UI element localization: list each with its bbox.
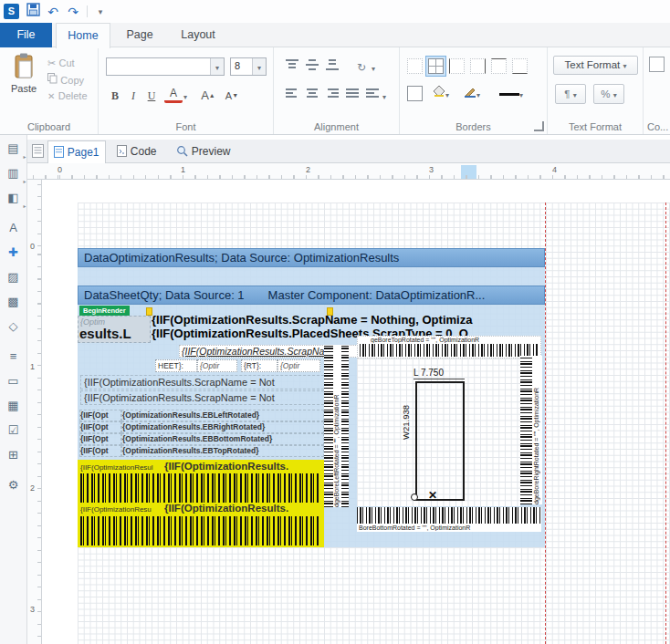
app-logo-icon[interactable]: S	[4, 4, 19, 19]
border-outside-button[interactable]	[407, 86, 423, 101]
barcode-left-stripes	[324, 345, 333, 507]
undo-icon[interactable]: ↶	[44, 3, 62, 21]
save-icon[interactable]	[24, 3, 42, 21]
barcode-top-stripes	[360, 344, 539, 357]
band-data-optimization-results[interactable]: DataOptimizationResults; Data Source: Op…	[78, 248, 545, 267]
barcode-left[interactable]: dgeBoreLeftRotated = "", OptimizationR	[324, 345, 349, 507]
font-name-combo[interactable]: ▾	[106, 57, 225, 76]
align-bottom-icon[interactable]	[323, 58, 341, 77]
tab-home[interactable]: Home	[56, 23, 110, 48]
tab-preview[interactable]: Preview	[168, 140, 239, 163]
italic-button[interactable]: I	[124, 87, 142, 105]
text-format-button[interactable]: Text Format ▾	[553, 56, 638, 75]
border-none-button[interactable]	[407, 58, 423, 74]
band-data-sheet-qty[interactable]: DataSheetQty; Data Source: 1Master Compo…	[78, 286, 545, 305]
small-cell-1[interactable]: HEET}:	[155, 359, 197, 372]
infographics-icon[interactable]: ◧▸	[3, 187, 25, 209]
font-size-combo[interactable]: 8 ▾	[230, 57, 267, 76]
paragraph-icon: ¶	[564, 88, 570, 99]
barcode-right[interactable]: dgeBoreRightRotated = "", OptimizationR	[520, 356, 542, 504]
align-left-icon[interactable]	[283, 87, 301, 105]
align-center-icon[interactable]	[303, 87, 321, 105]
eb-prefix-cell[interactable]: {IIF(Opt	[79, 421, 121, 433]
redo-icon[interactable]: ↷	[64, 3, 82, 21]
text-icon[interactable]: A	[3, 217, 25, 239]
tab-page1[interactable]: Page1	[47, 140, 106, 163]
word-wrap-icon[interactable]	[363, 87, 382, 105]
cross-tab-icon[interactable]: ✚	[3, 242, 25, 264]
barcode-top[interactable]: geBoreTopRotated = "", OptimizationR	[357, 336, 541, 358]
text-rotation-dropdown-icon[interactable]: ▾	[369, 58, 378, 77]
small-cell-3[interactable]: {RT}:	[241, 359, 277, 372]
eb-prefix-cell[interactable]: {IIF(Opt	[79, 433, 121, 445]
fill-color-button[interactable]: ▾	[429, 85, 453, 103]
align-middle-icon[interactable]	[303, 58, 321, 77]
check-box-icon[interactable]: ☑	[3, 420, 25, 441]
border-color-button[interactable]: ▾	[460, 85, 484, 103]
vertical-ruler: 0 1 2 3	[27, 180, 42, 644]
delete-button[interactable]: ✕ Delete	[47, 89, 88, 102]
eb-prefix-cell[interactable]: {IIF(Opt	[79, 445, 121, 457]
align-right-icon[interactable]	[323, 87, 341, 105]
alignment-more-dropdown-icon[interactable]: ▾	[380, 87, 389, 105]
scrapname-cell-1[interactable]: {IIF(OptimizationResults.ScrapName = Not	[80, 375, 329, 390]
eb-value-cell[interactable]: {OptimizationResults.EBTopRotated}	[121, 445, 324, 457]
image-icon[interactable]: ▨	[3, 266, 25, 288]
shape-icon[interactable]: ◇	[3, 316, 25, 338]
cut-button[interactable]: ✂ Cut	[47, 57, 75, 69]
expression-text-1[interactable]: {IIF(OptimizationResults.ScrapName = Not…	[152, 313, 544, 327]
tab-page[interactable]: Page	[115, 23, 164, 47]
font-color-button[interactable]: A	[164, 87, 183, 103]
eb-value-cell[interactable]: {OptimizationResults.EBRightRotated}	[121, 421, 324, 433]
eb-value-cell[interactable]: {OptimizationResults.EBBottomRotated}	[121, 433, 324, 445]
barcode-bottom[interactable]: BoreBottomRotated = "", OptimizationR	[357, 507, 541, 532]
band2-title: DataSheetQty; Data Source: 1	[84, 288, 245, 302]
table-icon[interactable]: ▦	[3, 395, 25, 417]
components-icon[interactable]: ▥▸	[3, 162, 25, 184]
general-format-button[interactable]: ¶ ▾	[555, 84, 586, 104]
eb-value-cell[interactable]: {OptimizationResults.EBLeftRotated}	[121, 410, 324, 421]
grow-font-button[interactable]: A▲	[199, 87, 217, 105]
band2-master: Master Component: DataOptimizationR...	[268, 288, 486, 302]
border-left-button[interactable]	[449, 58, 465, 74]
underline-button[interactable]: U	[142, 87, 161, 105]
shrink-font-button[interactable]: A▼	[223, 87, 241, 105]
border-right-button[interactable]	[470, 58, 486, 74]
border-bottom-button[interactable]	[512, 58, 528, 74]
font-name-dropdown-icon[interactable]: ▾	[210, 58, 224, 75]
conditions-icon[interactable]	[649, 57, 665, 72]
page-settings-icon[interactable]	[32, 144, 44, 161]
paste-button[interactable]: Paste	[5, 53, 43, 113]
align-justify-icon[interactable]	[343, 87, 361, 105]
margin-guide-right	[545, 203, 546, 644]
band1-content-area[interactable]	[78, 267, 545, 286]
gray-text-cell[interactable]: {Optim esults.L	[78, 316, 151, 343]
copy-button[interactable]: Copy	[47, 73, 84, 87]
eb-prefix-cell[interactable]: {IIF(Opt	[79, 410, 121, 421]
qat-customize-icon[interactable]: ▾	[91, 3, 110, 21]
font-color-dropdown-icon[interactable]: ▾	[181, 87, 190, 105]
tab-layout[interactable]: Layout	[170, 23, 226, 47]
text-rotation-icon[interactable]: ↻	[352, 58, 371, 77]
panel-icon[interactable]: ▭	[3, 370, 25, 392]
small-cell-4[interactable]: {Optir	[277, 359, 320, 372]
small-cell-2[interactable]: {Optir	[197, 359, 237, 372]
design-canvas[interactable]: DataOptimizationResults; Data Source: Op…	[42, 180, 670, 644]
list-icon[interactable]: ≡	[3, 346, 25, 368]
sub-report-icon[interactable]: ⊞	[3, 444, 25, 466]
font-size-dropdown-icon[interactable]: ▾	[252, 58, 266, 75]
percent-format-button[interactable]: % ▾	[593, 84, 624, 104]
tab-file[interactable]: File	[0, 23, 52, 47]
bold-button[interactable]: B	[106, 87, 124, 105]
border-style-button[interactable]: ▾	[493, 85, 529, 103]
bar-code-icon[interactable]: ▩	[3, 291, 25, 313]
tab-code[interactable]: Code	[111, 140, 162, 163]
bands-icon[interactable]: ▤▸	[3, 138, 25, 160]
scrapname-cell-2[interactable]: {IIF(OptimizationResults.ScrapName = Not	[80, 390, 329, 405]
shape-rectangle[interactable]	[415, 381, 465, 501]
border-all-button[interactable]	[428, 58, 444, 74]
yellow-barcode-region[interactable]: {IIF(OptimizationResul {IIF(Optimization…	[78, 460, 324, 547]
align-top-icon[interactable]	[283, 58, 301, 77]
border-top-button[interactable]	[491, 58, 507, 74]
services-icon[interactable]: ⚙	[3, 474, 25, 496]
